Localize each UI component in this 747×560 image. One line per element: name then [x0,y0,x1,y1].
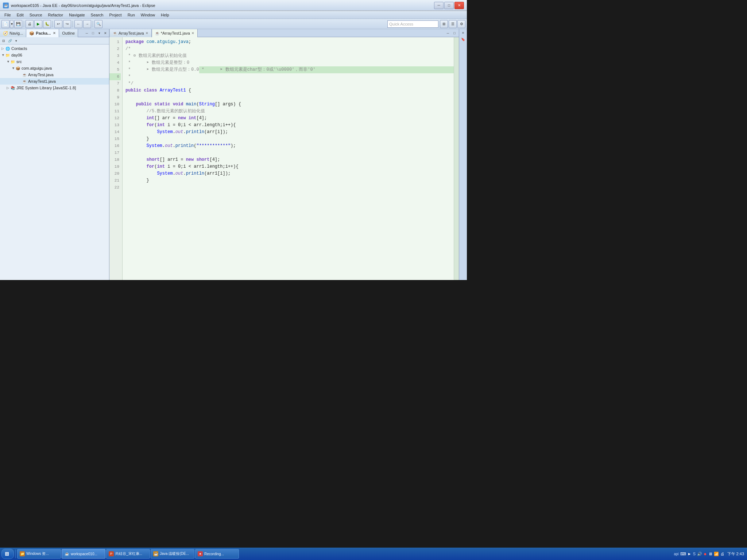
tree-toolbar: ⊟ 🔗 ▾ [0,37,109,44]
forward-button[interactable]: → [83,20,91,28]
right-panel: ≡ 🔖 [459,29,467,280]
window-controls: ─ □ ✕ [434,2,464,9]
back-button[interactable]: ← [74,20,82,28]
jre-label: JRE System Library [JavaSE-1.8] [16,86,76,90]
close-view-button[interactable]: ✕ [102,30,108,36]
toolbar-sep-2 [53,21,53,27]
maximize-button[interactable]: □ [444,2,454,9]
package-label-tree: com.atguigu.java [22,66,52,70]
arraytest-label: ArrayTest.java [28,73,54,77]
arraytest1-tab-close[interactable]: ✕ [191,31,194,35]
arraytest-tab-label: ArrayTest.java [119,31,144,35]
maximize-view-button[interactable]: □ [90,30,96,36]
toolbar-group-1: 📄 ▾ [1,20,13,28]
expand-src-icon: ▼ [7,60,10,63]
close-button[interactable]: ✕ [454,2,464,9]
left-panel-actions: ─ □ ▾ ✕ [83,29,109,37]
tab-arraytest[interactable]: ☕ ArrayTest.java ✕ [109,29,152,37]
menu-bar: File Edit Source Refactor Navigate Searc… [0,11,467,19]
tree-item-package[interactable]: ▼ 📦 com.atguigu.java [0,65,109,71]
toolbar-sep-3 [73,21,73,27]
collapse-all-button[interactable]: ⊟ [1,38,7,44]
editor-scrollbar[interactable] [454,37,459,280]
title-bar: ☕ workspace0105 - Java EE - day06/src/co… [0,0,467,11]
day06-folder-icon: 📁 [5,52,10,58]
expand-package-icon: ▼ [12,66,15,70]
window-title: workspace0105 - Java EE - day06/src/com/… [11,3,434,8]
menu-help[interactable]: Help [158,11,172,19]
tab-package-explorer[interactable]: 📦 Packa... ✕ [26,29,59,37]
code-editor[interactable]: 1 2 3 4 5 6 7 8 9 10 11 12 13 14 15 16 1 [109,37,459,280]
bookmark-button[interactable]: 🔖 [460,36,466,42]
menu-source[interactable]: Source [27,11,45,19]
day06-label: day06 [11,53,22,57]
minimize-button[interactable]: ─ [434,2,444,9]
toolbar: 📄 ▾ 💾 🖨 ▶ 🐛 ↩ ↪ ← → 🔍 Quick Access ⊞ ☰ ⚙ [0,19,467,29]
menu-run[interactable]: Run [125,11,138,19]
menu-window[interactable]: Window [138,11,158,19]
arraytest-file-icon: ☕ [22,72,27,77]
contacts-folder-icon: 🌐 [5,46,10,51]
expand-jre-icon: ▷ [7,86,10,90]
tree-item-arraytest[interactable]: ☕ ArrayTest.java [0,71,109,78]
editor-area: ☕ ArrayTest.java ✕ ☕ *ArrayTest1.java ✕ … [109,29,459,280]
jre-icon: 📚 [10,85,15,90]
tree-item-jre[interactable]: ▷ 📚 JRE System Library [JavaSE-1.8] [0,85,109,91]
debug-button[interactable]: 🐛 [43,20,51,28]
line-numbers: 1 2 3 4 5 6 7 8 9 10 11 12 13 14 15 16 1 [109,37,123,280]
tree-item-arraytest1[interactable]: ☕ ArrayTest1.java [0,78,109,85]
menu-refactor[interactable]: Refactor [45,11,66,19]
navigator-label: Navig... [9,31,23,35]
menu-navigate[interactable]: Navigate [66,11,88,19]
tab-arraytest1[interactable]: ☕ *ArrayTest1.java ✕ [152,29,198,37]
editor-view-controls: ─ □ [444,29,459,37]
tab-close-icon[interactable]: ✕ [53,31,56,35]
arraytest1-tab-label: *ArrayTest1.java [161,31,190,35]
tab-navigator[interactable]: 🧭 Navig... [0,29,26,37]
menu-edit[interactable]: Edit [14,11,27,19]
editor-maximize-button[interactable]: □ [452,30,457,36]
print-button[interactable]: 🖨 [26,20,34,28]
link-with-editor-button[interactable]: 🔗 [7,38,13,44]
quick-access-input[interactable]: Quick Access [387,20,438,28]
src-label: src [16,59,22,64]
run-button[interactable]: ▶ [34,20,42,28]
new-button[interactable]: 📄 [1,20,9,28]
menu-project[interactable]: Project [106,11,124,19]
code-text[interactable]: package com.atguigu.java; /* * ⊙ 数组元素的默认… [123,37,454,280]
app-icon: ☕ [3,3,9,8]
tree-view-menu-button[interactable]: ▾ [13,38,19,44]
redo-button[interactable]: ↪ [63,20,71,28]
perspective-button-3[interactable]: ⚙ [457,20,465,28]
expand-contacts-icon: ▷ [1,47,5,50]
toolbar-sep-1 [24,21,24,27]
task-list-button[interactable]: ≡ [460,30,466,36]
undo-button[interactable]: ↩ [54,20,62,28]
editor-tab-spacer [198,29,444,37]
arraytest1-label: ArrayTest1.java [28,79,56,83]
minimize-view-button[interactable]: ─ [84,30,90,36]
tab-outline[interactable]: Outline [59,29,78,37]
quick-access-placeholder: Quick Access [389,22,413,26]
menu-file[interactable]: File [1,11,14,19]
arraytest1-tab-icon: ☕ [155,31,159,35]
editor-minimize-button[interactable]: ─ [445,30,451,36]
arraytest-tab-close[interactable]: ✕ [146,31,148,35]
perspective-button-1[interactable]: ⊞ [440,20,448,28]
menu-search[interactable]: Search [88,11,107,19]
toolbar-sep-4 [93,21,93,27]
dropdown-new[interactable]: ▾ [10,20,13,28]
left-panel: 🧭 Navig... 📦 Packa... ✕ Outline ─ □ ▾ ✕ [0,29,109,280]
search-button[interactable]: 🔍 [94,20,102,28]
outline-label: Outline [62,31,75,35]
tree-item-day06[interactable]: ▼ 📁 day06 [0,52,109,58]
navigator-icon: 🧭 [3,31,8,36]
contacts-label: Contacts [11,46,27,51]
tree-item-src[interactable]: ▼ 📁 src [0,58,109,65]
tree-item-contacts[interactable]: ▷ 🌐 Contacts [0,45,109,52]
package-icon: 📦 [29,31,34,36]
perspective-button-2[interactable]: ☰ [449,20,457,28]
left-panel-tabs: 🧭 Navig... 📦 Packa... ✕ Outline ─ □ ▾ ✕ [0,29,109,37]
save-button[interactable]: 💾 [14,20,22,28]
view-menu-button[interactable]: ▾ [96,30,102,36]
